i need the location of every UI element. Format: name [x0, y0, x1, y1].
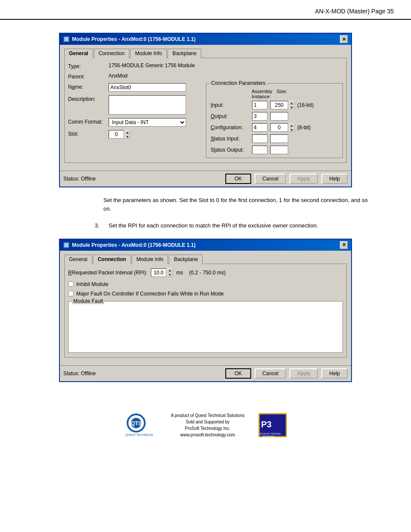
rpi-label: RRequested Packet Interval (RPI): — [68, 270, 147, 276]
dialog-titlebar-2: Module Properties - AnxMod:0 (1756-MODUL… — [60, 240, 351, 251]
dialog-footer-1: Status: Offline OK Cancel Apply Help — [60, 171, 351, 187]
status-input-assembly[interactable] — [252, 134, 268, 143]
tab-content-general-1: Type: 1756-MODULE Generic 1756 Module Pa… — [64, 58, 347, 163]
slot-increment-button[interactable]: ▲ — [125, 130, 131, 134]
input-row: Input: ▲ ▼ — [211, 101, 314, 109]
rpi-row: RRequested Packet Interval (RPI): ▲ ▼ ms… — [68, 268, 343, 277]
svg-text:P3: P3 — [261, 420, 271, 429]
status-output-assembly[interactable] — [252, 146, 268, 154]
tab-connection-2[interactable]: Connection — [93, 255, 131, 264]
dialog-body-2: General Connection Module Info Backplane… — [60, 251, 351, 362]
qts-logo: QTS QUEST TECHNICAL — [123, 412, 158, 438]
cancel-button-2[interactable]: Cancel — [255, 368, 286, 379]
apply-button-2[interactable]: Apply — [290, 368, 318, 379]
apply-button-1[interactable]: Apply — [290, 174, 318, 184]
config-bits-label: (8-bit) — [297, 124, 311, 131]
status-text-2: Status: Offline — [63, 370, 96, 376]
config-size-spinner: ▲ ▼ — [270, 123, 295, 132]
conn-header: AssemblyInstance: Size: — [211, 89, 314, 99]
major-fault-label: Major Fault On Controller If Connection … — [76, 291, 224, 297]
parent-label: Parent: — [68, 73, 107, 80]
ok-button-1[interactable]: OK — [225, 174, 251, 184]
tab-backplane-2[interactable]: Backplane — [169, 255, 202, 264]
status-output-size[interactable] — [270, 146, 288, 154]
status-input-size[interactable] — [270, 134, 288, 143]
config-size-increment[interactable]: ▲ — [289, 123, 295, 128]
output-size-input[interactable] — [270, 112, 288, 121]
description-row: Description: — [68, 95, 197, 115]
tab-general-1[interactable]: General — [64, 49, 93, 58]
major-fault-checkbox[interactable] — [68, 291, 74, 296]
cancel-button-1[interactable]: Cancel — [255, 174, 286, 184]
input-size-spinner-buttons: ▲ ▼ — [289, 101, 295, 109]
status-text-1: Status: Offline — [63, 176, 96, 182]
svg-text:QTS: QTS — [131, 420, 142, 426]
slot-row: Slot: ▲ ▼ — [68, 130, 197, 139]
connection-params-group: Connection Parameters AssemblyInstance: … — [206, 83, 343, 158]
type-row: Type: 1756-MODULE Generic 1756 Module — [68, 62, 343, 69]
conn-params-inputs: AssemblyInstance: Size: Input: — [211, 89, 314, 154]
svg-text:PROGRAM: PROGRAM — [263, 435, 274, 438]
tab-backplane-1[interactable]: Backplane — [168, 49, 201, 58]
description-input[interactable] — [109, 95, 186, 115]
name-row: Name: — [68, 83, 197, 92]
type-label: Type: — [68, 62, 107, 69]
input-size-increment[interactable]: ▲ — [289, 101, 295, 105]
inhibit-module-label: Inhibit Module — [76, 281, 109, 287]
tab-moduleinfo-2[interactable]: Module Info — [132, 255, 168, 264]
tabs-2: General Connection Module Info Backplane — [64, 254, 347, 264]
config-size-input[interactable] — [270, 123, 288, 132]
assembly-instance-header: AssemblyInstance: — [252, 89, 273, 99]
rpi-input[interactable] — [151, 268, 166, 277]
module-fault-group: Module Fault — [68, 301, 343, 353]
name-label: Name: — [68, 83, 107, 90]
rpi-units: ms — [176, 270, 183, 276]
slot-spinner: ▲ ▼ — [109, 130, 131, 139]
close-button-2[interactable]: ✕ — [340, 241, 348, 249]
svg-text:QUEST TECHNICAL: QUEST TECHNICAL — [125, 433, 154, 437]
name-input[interactable] — [109, 83, 186, 92]
output-label: Output: — [211, 113, 249, 119]
rpi-increment-button[interactable]: ▲ — [167, 268, 173, 273]
left-form: Name: Description: Comm Format: — [68, 83, 197, 158]
rpi-spinner: ▲ ▼ — [151, 268, 173, 277]
p3-logo: P3 PROSOFT PARTNER PROGRAM — [258, 412, 288, 438]
tab-moduleinfo-1[interactable]: Module Info — [130, 49, 167, 58]
comm-format-select[interactable]: Input Data - INT — [109, 118, 186, 127]
ok-button-2[interactable]: OK — [225, 368, 251, 379]
config-assembly-input[interactable] — [252, 123, 268, 132]
status-output-row: Status Output: — [211, 146, 314, 154]
footer-text: A product of Quest Technical Solutions S… — [171, 412, 244, 438]
dialog-body-1: General Connection Module Info Backplane… — [60, 45, 351, 167]
inhibit-module-checkbox[interactable] — [68, 281, 74, 287]
input-size-decrement[interactable]: ▼ — [289, 105, 295, 109]
conn-params-title: Connection Parameters — [210, 80, 267, 86]
dialog-icon-2 — [63, 242, 69, 248]
help-button-1[interactable]: Help — [321, 174, 348, 184]
rpi-decrement-button[interactable]: ▼ — [167, 273, 173, 277]
svg-rect-3 — [64, 243, 68, 247]
comm-format-label: Comm Format: — [68, 118, 107, 125]
input-size-input[interactable] — [270, 101, 288, 109]
tabs-1: General Connection Module Info Backplane — [64, 48, 347, 58]
config-size-spinner-buttons: ▲ ▼ — [289, 123, 295, 132]
tab-general-2[interactable]: General — [64, 255, 92, 264]
type-value: 1756-MODULE Generic 1756 Module — [109, 62, 195, 68]
dialog-title-1: Module Properties - AnxMod:0 (1756-MODUL… — [72, 36, 196, 42]
input-assembly-input[interactable] — [252, 101, 268, 109]
description-label: Description: — [68, 95, 107, 102]
module-properties-dialog-2: Module Properties - AnxMod:0 (1756-MODUL… — [59, 239, 352, 382]
module-properties-dialog-1: Module Properties - AnxMod:0 (1756-MODUL… — [59, 33, 352, 187]
titlebar-left-2: Module Properties - AnxMod:0 (1756-MODUL… — [63, 242, 196, 248]
slot-decrement-button[interactable]: ▼ — [125, 134, 131, 139]
svg-rect-1 — [64, 37, 68, 41]
help-button-2[interactable]: Help — [321, 368, 348, 379]
config-size-decrement[interactable]: ▼ — [289, 128, 295, 132]
slot-input[interactable] — [109, 130, 124, 139]
page-title: AN-X-MOD (Master) Page 35 — [315, 8, 394, 15]
size-header: Size: — [277, 89, 287, 99]
output-assembly-input[interactable] — [252, 112, 268, 121]
tab-connection-1[interactable]: Connection — [94, 49, 130, 58]
close-button-1[interactable]: ✕ — [340, 35, 348, 43]
dialog-title-2: Module Properties - AnxMod:0 (1756-MODUL… — [72, 242, 196, 248]
